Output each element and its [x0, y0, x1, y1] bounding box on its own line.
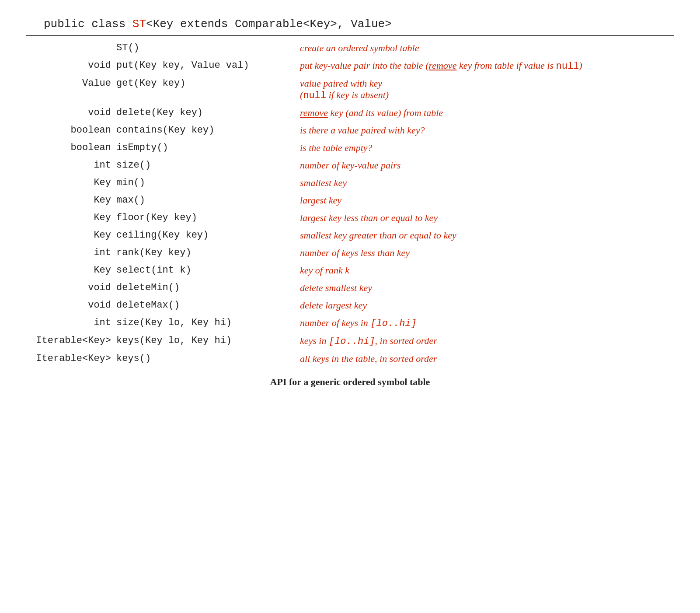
return-type-cell: int [26, 157, 114, 174]
return-type-cell: Key [26, 192, 114, 209]
desc-cell: smallest key greater than or equal to ke… [297, 227, 674, 244]
return-type-cell: void [26, 297, 114, 314]
method-cell: size(Key lo, Key hi) [114, 314, 297, 332]
method-cell: max() [114, 192, 297, 209]
method-cell: min() [114, 174, 297, 192]
return-type-cell [26, 39, 114, 57]
method-cell: deleteMax() [114, 297, 297, 314]
table-row: Iterable<Key>keys(Key lo, Key hi)keys in… [26, 332, 674, 350]
desc-cell: key of rank k [297, 262, 674, 279]
table-row: Iterable<Key>keys()all keys in the table… [26, 350, 674, 368]
desc-cell: is the table empty? [297, 139, 674, 157]
return-type-cell: int [26, 244, 114, 262]
return-type-cell: void [26, 57, 114, 75]
return-type-cell: void [26, 279, 114, 297]
class-header: public class ST<Key extends Comparable<K… [26, 18, 674, 35]
desc-cell: largest key [297, 192, 674, 209]
method-cell: isEmpty() [114, 139, 297, 157]
header-class-red: ST [132, 18, 146, 31]
caption: API for a generic ordered symbol table [26, 376, 674, 388]
table-row: voidput(Key key, Value val)put key-value… [26, 57, 674, 75]
table-row: Keyselect(int k)key of rank k [26, 262, 674, 279]
table-row: Keymax()largest key [26, 192, 674, 209]
header-class-rest: <Key extends Comparable<Key>, Value> [146, 18, 392, 31]
table-row: ST()create an ordered symbol table [26, 39, 674, 57]
api-table: ST()create an ordered symbol tablevoidpu… [26, 39, 674, 368]
return-type-cell: Iterable<Key> [26, 332, 114, 350]
return-type-cell: Key [26, 174, 114, 192]
method-cell: keys(Key lo, Key hi) [114, 332, 297, 350]
table-row: Keyceiling(Key key)smallest key greater … [26, 227, 674, 244]
table-row: voiddeleteMin()delete smallest key [26, 279, 674, 297]
return-type-cell: Key [26, 227, 114, 244]
method-cell: deleteMin() [114, 279, 297, 297]
return-type-cell: boolean [26, 122, 114, 139]
method-cell: ST() [114, 39, 297, 57]
return-type-cell: Key [26, 262, 114, 279]
desc-cell: keys in [lo..hi], in sorted order [297, 332, 674, 350]
table-row: voiddeleteMax()delete largest key [26, 297, 674, 314]
table-row: booleanisEmpty()is the table empty? [26, 139, 674, 157]
method-cell: size() [114, 157, 297, 174]
table-row: voiddelete(Key key)remove key (and its v… [26, 104, 674, 122]
desc-cell: remove key (and its value) from table [297, 104, 674, 122]
desc-cell: create an ordered symbol table [297, 39, 674, 57]
method-cell: get(Key key) [114, 75, 297, 104]
method-cell: select(int k) [114, 262, 297, 279]
desc-cell: all keys in the table, in sorted order [297, 350, 674, 368]
method-cell: put(Key key, Value val) [114, 57, 297, 75]
method-cell: delete(Key key) [114, 104, 297, 122]
desc-cell: put key-value pair into the table (remov… [297, 57, 674, 75]
desc-cell: is there a value paired with key? [297, 122, 674, 139]
return-type-cell: boolean [26, 139, 114, 157]
desc-cell: smallest key [297, 174, 674, 192]
method-cell: ceiling(Key key) [114, 227, 297, 244]
return-type-cell: Value [26, 75, 114, 104]
return-type-cell: Iterable<Key> [26, 350, 114, 368]
table-row: Valueget(Key key)value paired with key(n… [26, 75, 674, 104]
desc-cell: delete largest key [297, 297, 674, 314]
return-type-cell: int [26, 314, 114, 332]
divider [26, 35, 674, 36]
table-row: intrank(Key key)number of keys less than… [26, 244, 674, 262]
desc-cell: number of keys in [lo..hi] [297, 314, 674, 332]
table-row: Keymin()smallest key [26, 174, 674, 192]
desc-cell: delete smallest key [297, 279, 674, 297]
table-row: Keyfloor(Key key)largest key less than o… [26, 209, 674, 227]
method-cell: contains(Key key) [114, 122, 297, 139]
table-row: intsize(Key lo, Key hi)number of keys in… [26, 314, 674, 332]
method-cell: floor(Key key) [114, 209, 297, 227]
method-cell: rank(Key key) [114, 244, 297, 262]
desc-cell: number of keys less than key [297, 244, 674, 262]
table-row: intsize()number of key-value pairs [26, 157, 674, 174]
header-prefix: public class [44, 18, 132, 31]
return-type-cell: void [26, 104, 114, 122]
return-type-cell: Key [26, 209, 114, 227]
desc-cell: number of key-value pairs [297, 157, 674, 174]
desc-cell: largest key less than or equal to key [297, 209, 674, 227]
method-cell: keys() [114, 350, 297, 368]
table-row: booleancontains(Key key)is there a value… [26, 122, 674, 139]
desc-cell: value paired with key(null if key is abs… [297, 75, 674, 104]
